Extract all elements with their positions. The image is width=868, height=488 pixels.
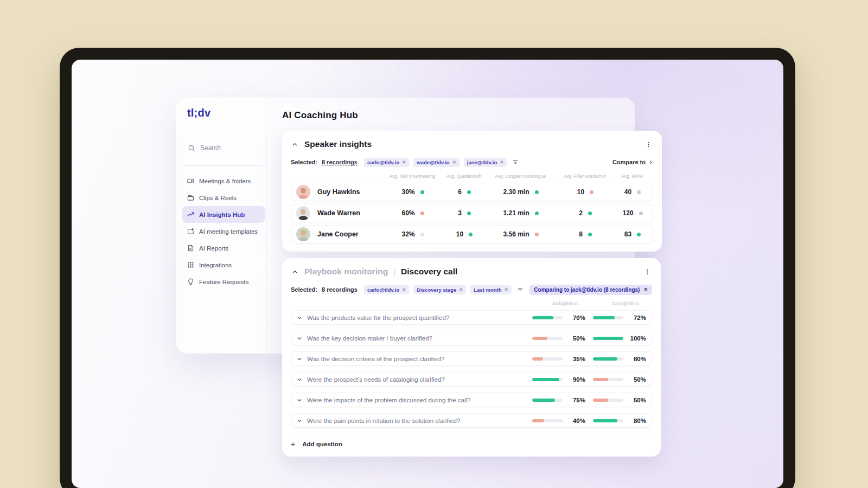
- sidebar-item-feature-requests[interactable]: Feature Requests: [182, 273, 265, 290]
- sidebar-item-label: AI meeting templates: [199, 228, 258, 235]
- avatar: [296, 206, 310, 220]
- close-icon[interactable]: ✕: [402, 159, 406, 165]
- status-dot: [637, 190, 641, 194]
- chevron-down-icon[interactable]: [297, 336, 302, 341]
- playbook-question-row[interactable]: Was the products value for the prospect …: [291, 310, 652, 325]
- selected-recordings-link[interactable]: 8 recordings: [322, 159, 358, 166]
- progress-bar: [532, 419, 563, 422]
- add-question-button[interactable]: + Add question: [282, 434, 661, 448]
- filter-chip-wade[interactable]: wade@tldv.io✕: [413, 158, 459, 167]
- avatar: [296, 227, 310, 241]
- bar-group-left: 90%: [532, 376, 585, 383]
- status-dot: [535, 211, 539, 215]
- chevron-down-icon[interactable]: [297, 356, 302, 362]
- column-header: Avg. Filler words/min: [554, 174, 615, 179]
- bar-group-left: 75%: [532, 397, 585, 403]
- percent-value: 40%: [567, 418, 585, 424]
- question-bars: 90% 50%: [532, 376, 646, 383]
- percent-value: 100%: [628, 335, 646, 342]
- metric-value: 10: [577, 188, 584, 196]
- chevron-down-icon[interactable]: [297, 397, 302, 403]
- chevron-right-icon: [648, 160, 653, 165]
- question-text: Were the impacts of the problem discusse…: [307, 397, 471, 403]
- column-header: Jack@tldv.io: [538, 301, 591, 306]
- speaker-insights-menu-button[interactable]: [644, 140, 653, 149]
- bar-group-right: 50%: [593, 397, 646, 403]
- status-dot: [469, 233, 473, 236]
- status-dot: [535, 233, 539, 236]
- sidebar-item-clips-reels[interactable]: Clips & Reels: [182, 189, 265, 206]
- filter-button[interactable]: [516, 285, 525, 294]
- sidebar-item-meetings-folders[interactable]: Meetings & folders: [182, 172, 265, 189]
- metric-cell: 8: [555, 230, 616, 238]
- question-text: Were the prospect's needs of cataloging …: [307, 376, 445, 383]
- filter-chip-carlo[interactable]: carlo@tldv.io✕: [364, 158, 409, 167]
- metric-value: 2: [579, 209, 583, 217]
- close-icon[interactable]: ✕: [500, 159, 503, 165]
- playbook-menu-button[interactable]: [643, 267, 652, 277]
- filter-chip-discovery-stage[interactable]: Discovery stage✕: [413, 285, 466, 294]
- kebab-menu-icon: [644, 268, 651, 275]
- percent-value: 75%: [567, 397, 585, 403]
- close-icon[interactable]: ✕: [643, 287, 648, 292]
- bar-group-right: 100%: [593, 335, 646, 342]
- sidebar-divider: [184, 165, 261, 166]
- sidebar-item-integrations[interactable]: Integrations: [182, 256, 265, 273]
- collapse-playbook-button[interactable]: [291, 268, 299, 276]
- bar-group-left: 40%: [532, 418, 585, 424]
- question-bars: 50% 100%: [532, 335, 646, 342]
- playbook-question-row[interactable]: Were the pain points in relation to the …: [291, 413, 652, 428]
- sidebar-item-ai-meeting-templates[interactable]: AI meeting templates: [182, 223, 265, 240]
- bar-group-left: 50%: [532, 335, 585, 342]
- metric-value: 32%: [401, 230, 414, 238]
- collapse-speaker-insights-button[interactable]: [291, 140, 299, 149]
- close-icon[interactable]: ✕: [402, 287, 406, 292]
- filter-button[interactable]: [511, 158, 520, 166]
- status-dot: [588, 211, 592, 215]
- grid-dots-icon: [187, 261, 194, 268]
- metric-value: 120: [622, 209, 633, 217]
- close-icon[interactable]: ✕: [452, 159, 456, 165]
- status-dot: [467, 190, 471, 194]
- close-icon[interactable]: ✕: [505, 287, 508, 292]
- search-button[interactable]: Search: [188, 144, 221, 152]
- percent-value: 50%: [567, 335, 585, 342]
- chevron-down-icon[interactable]: [297, 418, 302, 423]
- speaker-name: Guy Hawkins: [311, 188, 384, 196]
- metric-cell: 3.56 min: [487, 230, 555, 238]
- question-text: Were the pain points in relation to the …: [307, 418, 460, 424]
- status-dot: [420, 190, 424, 194]
- selected-recordings-link[interactable]: 8 recordings: [322, 286, 358, 293]
- filter-chip-carlo[interactable]: carlo@tldv.io✕: [364, 285, 409, 294]
- bar-group-left: 70%: [532, 314, 585, 321]
- progress-bar: [593, 337, 623, 340]
- status-dot: [420, 211, 424, 215]
- chip-label: Last month: [474, 287, 501, 293]
- plus-icon: +: [291, 440, 295, 448]
- filter-chip-last-month[interactable]: Last month✕: [470, 285, 511, 294]
- chevron-down-icon[interactable]: [297, 315, 302, 320]
- chevron-down-icon[interactable]: [297, 377, 302, 382]
- percent-value: 80%: [628, 356, 646, 362]
- chevron-up-icon: [292, 269, 298, 275]
- chip-label: jane@tldv.io: [467, 159, 497, 165]
- playbook-question-row[interactable]: Were the impacts of the problem discusse…: [291, 393, 652, 407]
- metric-cell: 10: [555, 188, 616, 196]
- metric-cell: 120: [616, 209, 649, 217]
- playbook-question-row[interactable]: Was the decision criteria of the prospec…: [291, 351, 652, 366]
- status-dot: [637, 233, 641, 236]
- filter-chip-jane[interactable]: jane@tldv.io✕: [464, 158, 507, 167]
- playbook-question-row[interactable]: Was the key decision maker / buyer clari…: [291, 331, 652, 345]
- compare-to-button[interactable]: Compare to: [612, 159, 653, 165]
- filter-lines-icon: [517, 286, 524, 293]
- chip-label: wade@tldv.io: [417, 159, 449, 165]
- chip-label: carlo@tldv.io: [367, 159, 399, 165]
- comparing-to-chip[interactable]: Comparing to jack@tldv.io (8 recordings)…: [529, 285, 652, 295]
- status-dot: [639, 211, 643, 215]
- playbook-question-row[interactable]: Were the prospect's needs of cataloging …: [291, 372, 652, 387]
- playbook-column-headers: Jack@tldv.io Carlo@tldv.io: [291, 301, 652, 306]
- sidebar-item-ai-insights-hub[interactable]: AI Insights Hub: [182, 206, 265, 223]
- sidebar-item-ai-reports[interactable]: AI Reports: [182, 240, 265, 256]
- metric-value: 3.56 min: [503, 230, 529, 238]
- close-icon[interactable]: ✕: [459, 287, 463, 292]
